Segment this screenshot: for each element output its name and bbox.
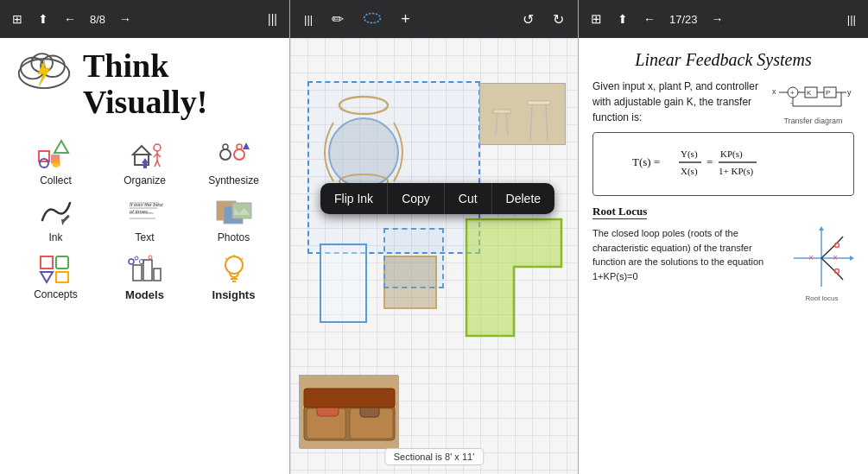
formula-box: T(s) = Y(s) X(s) = KP(s) 1+ KP(s) (592, 132, 854, 196)
back-button[interactable]: ← (59, 9, 81, 29)
photos-label: Photos (218, 231, 250, 243)
icon-item-text: It was the best of times... Text (103, 195, 187, 243)
couch-photo-content (300, 376, 399, 449)
svg-point-57 (329, 118, 398, 187)
icon-item-insights: Insights (192, 252, 276, 301)
share-button[interactable]: ⬆ (33, 9, 54, 29)
root-locus-heading: Root Locus (592, 203, 854, 223)
cloud-area: Think Visually! (14, 48, 276, 121)
blue-dotted-shape (383, 228, 444, 288)
svg-rect-60 (493, 110, 510, 113)
svg-marker-7 (54, 141, 68, 153)
svg-rect-41 (56, 272, 68, 282)
svg-text:y: y (847, 88, 852, 97)
svg-text:×: × (833, 253, 838, 262)
svg-text:KP(s): KP(s) (720, 149, 743, 160)
svg-rect-38 (41, 256, 53, 269)
svg-rect-72 (304, 389, 395, 408)
svg-text:=: = (706, 155, 713, 168)
insights-icon (215, 252, 253, 285)
cut-menu-item[interactable]: Cut (445, 183, 492, 214)
think-visually-title: Think Visually! (83, 48, 207, 121)
page-counter: 8/8 (86, 13, 109, 26)
couch-photo (299, 375, 398, 448)
concepts-label: Concepts (34, 288, 78, 300)
flip-ink-menu-item[interactable]: Flip Ink (320, 183, 388, 214)
panel-3-toolbar: ⊞ ⬆ ← 17/23 → ||| (579, 0, 868, 38)
copy-menu-item[interactable]: Copy (388, 183, 445, 214)
lasso-tool-button[interactable] (358, 7, 387, 32)
panel-1-content: Think Visually! Collect (0, 38, 289, 474)
grid-button[interactable]: ⊞ (7, 9, 28, 29)
svg-text:x: x (772, 87, 776, 96)
undo-button[interactable]: ↺ (517, 8, 539, 31)
svg-point-103 (835, 243, 839, 248)
panel-2: ||| ✏ + ↺ ↻ (289, 0, 579, 474)
organize-label: Organize (124, 174, 166, 186)
svg-point-12 (154, 144, 161, 151)
p2-menu-button[interactable]: ||| (299, 9, 318, 29)
redo-button[interactable]: ↻ (548, 8, 569, 31)
svg-text:×: × (808, 253, 814, 262)
concepts-icon (37, 252, 75, 285)
blue-rect-shape (320, 243, 367, 323)
photos-icon (215, 195, 253, 228)
svg-point-20 (220, 149, 231, 160)
svg-rect-42 (133, 265, 142, 281)
p3-page-counter: 17/23 (666, 13, 701, 26)
svg-point-45 (129, 259, 134, 264)
icon-item-ink: Ink (14, 195, 98, 243)
icon-item-photos: Photos (192, 195, 276, 243)
pen-tool-button[interactable]: ✏ (326, 7, 349, 32)
delete-menu-item[interactable]: Delete (492, 183, 554, 214)
ink-icon (37, 195, 75, 228)
svg-point-22 (234, 149, 244, 160)
context-menu: Flip Ink Copy Cut Delete (320, 183, 554, 214)
svg-rect-19 (143, 163, 147, 168)
formula-svg: T(s) = Y(s) X(s) = KP(s) 1+ KP(s) (629, 140, 819, 185)
transfer-diagram: x + K P y (772, 79, 854, 111)
transfer-diagram-area: x + K P y (772, 79, 854, 125)
svg-text:1+ KP(s): 1+ KP(s) (719, 166, 753, 177)
svg-marker-10 (133, 146, 150, 155)
svg-point-55 (364, 13, 381, 22)
icon-item-synthesize: Synthesize (192, 138, 276, 186)
ink-label: Ink (48, 231, 62, 243)
svg-point-49 (225, 256, 243, 274)
panel-1-toolbar: ⊞ ⬆ ← 8/8 → ||| (0, 0, 289, 38)
forward-button[interactable]: → (114, 9, 136, 29)
svg-point-56 (339, 97, 388, 114)
synthesize-icon (215, 138, 253, 171)
transfer-diagram-label: Transfer diagram (772, 117, 854, 125)
p3-grid-button[interactable]: ⊞ (586, 8, 607, 30)
cloud-lightning-icon (14, 48, 74, 92)
svg-point-8 (40, 159, 48, 167)
icon-item-concepts: Concepts (14, 252, 98, 301)
organize-icon (126, 138, 164, 171)
p3-share-button[interactable]: ⬆ (612, 9, 633, 29)
svg-text:of times...: of times... (130, 209, 152, 214)
svg-marker-40 (41, 272, 53, 282)
menu-button[interactable]: ||| (263, 9, 282, 29)
root-locus-diagram: × × (789, 226, 854, 291)
svg-text:X(s): X(s) (681, 166, 698, 177)
add-button[interactable]: + (396, 7, 415, 32)
svg-text:Y(s): Y(s) (681, 149, 698, 160)
svg-marker-100 (819, 226, 824, 231)
svg-rect-63 (528, 101, 550, 104)
p3-forward-button[interactable]: → (706, 9, 729, 29)
root-locus-title: Root Locus (592, 205, 647, 219)
p3-menu-button[interactable]: ||| (842, 9, 861, 29)
caption-box: Sectional is 8' x 11' (384, 448, 484, 465)
svg-marker-99 (850, 256, 854, 261)
p3-back-button[interactable]: ← (638, 9, 661, 29)
notes-title: Linear Feedback Systems (592, 50, 854, 70)
text-icon: It was the best of times... (126, 195, 164, 228)
svg-text:P: P (826, 89, 830, 97)
svg-line-17 (157, 161, 160, 167)
panel-2-canvas[interactable]: Flip Ink Copy Cut Delete Sectional is 8'… (290, 38, 578, 474)
green-L-shape (462, 215, 566, 340)
svg-point-9 (52, 159, 60, 167)
root-locus-diagram-label: Root locus (789, 294, 854, 302)
svg-text:T(s) =: T(s) = (632, 155, 660, 168)
